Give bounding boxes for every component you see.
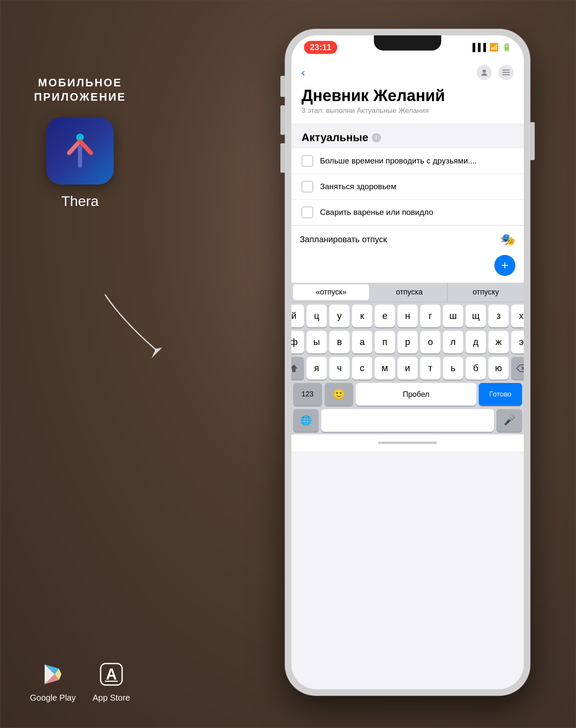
key-я[interactable]: я	[307, 357, 327, 380]
page-subtitle: 3 этап: выполни Актуальные Желания	[301, 107, 514, 115]
key-л[interactable]: л	[443, 331, 463, 353]
wish-checkbox-2[interactable]	[301, 181, 313, 193]
emoji-key[interactable]: 🙂	[325, 383, 354, 406]
key-д[interactable]: д	[466, 331, 486, 353]
keyboard-rows: й ц у к е н г ш щ з х	[291, 302, 524, 380]
power-button	[530, 122, 535, 160]
add-wish-button[interactable]: +	[494, 255, 515, 276]
status-icons: ▐▐▐ 📶 🔋	[470, 43, 511, 52]
svg-rect-13	[502, 70, 510, 71]
nav-actions	[477, 65, 514, 80]
input-field[interactable]: Запланировать отпуск	[300, 235, 501, 244]
key-б[interactable]: б	[466, 357, 486, 380]
wifi-icon: 📶	[489, 43, 499, 52]
key-н[interactable]: н	[397, 305, 418, 327]
keyboard-row-1: й ц у к е н г ш щ з х	[293, 305, 522, 327]
section-info-icon: i	[372, 133, 381, 142]
app-content: ‹ Дневник Желаний 3 этап: выполни Актуал…	[291, 59, 524, 689]
wish-text-1: Больше времени проводить с друзьями....	[320, 156, 477, 166]
key-ы[interactable]: ы	[307, 331, 327, 353]
wish-checkbox-1[interactable]	[301, 155, 313, 167]
key-а[interactable]: а	[352, 331, 372, 353]
store-badges: Google Play A App Store	[0, 659, 160, 703]
key-у[interactable]: у	[329, 305, 349, 327]
key-т[interactable]: т	[420, 357, 440, 380]
space-key-2[interactable]	[321, 409, 493, 432]
shift-key[interactable]	[291, 357, 304, 380]
key-м[interactable]: м	[375, 357, 395, 380]
app-store-badge[interactable]: A App Store	[93, 659, 130, 703]
mute-button	[280, 76, 285, 97]
status-time: 23:11	[304, 41, 337, 54]
key-щ[interactable]: щ	[466, 305, 486, 327]
user-icon[interactable]	[477, 65, 492, 80]
home-bar	[378, 442, 437, 444]
phone-screen: 23:11 ▐▐▐ 📶 🔋 ‹	[291, 35, 524, 689]
key-х[interactable]: х	[511, 305, 524, 327]
menu-icon[interactable]	[499, 65, 514, 80]
volume-up-button	[280, 105, 285, 135]
key-в[interactable]: в	[329, 331, 349, 353]
google-play-label: Google Play	[30, 693, 76, 703]
wish-item-3: Сварить варенье или повидло	[291, 200, 524, 225]
wish-text-2: Заняться здоровьем	[320, 182, 396, 191]
wish-item: Больше времени проводить с друзьями....	[291, 148, 524, 174]
key-ч[interactable]: ч	[329, 357, 349, 380]
emoji-picker[interactable]: 🎭	[501, 233, 515, 246]
nav-bar: ‹	[291, 59, 524, 84]
numbers-key[interactable]: 123	[293, 383, 322, 406]
keyboard-row-3: я ч с м и т ь б ю	[293, 357, 522, 380]
key-ц[interactable]: ц	[307, 305, 327, 327]
keyboard: «отпуск» отпуска отпуску й ц у к е н	[291, 283, 524, 434]
svg-text:A: A	[106, 666, 117, 683]
key-й[interactable]: й	[291, 305, 304, 327]
key-е[interactable]: е	[375, 305, 395, 327]
svg-rect-14	[502, 72, 510, 73]
key-ь[interactable]: ь	[443, 357, 463, 380]
key-г[interactable]: г	[420, 305, 440, 327]
google-play-badge[interactable]: Google Play	[30, 659, 76, 703]
phone-frame: 23:11 ▐▐▐ 📶 🔋 ‹	[285, 29, 530, 695]
svg-point-12	[483, 70, 486, 73]
keyboard-row-2: ф ы в а п р о л д ж э	[293, 331, 522, 353]
key-ш[interactable]: ш	[443, 305, 463, 327]
page-title: Дневник Желаний	[301, 87, 514, 105]
key-р[interactable]: р	[397, 331, 418, 353]
suggestion-1[interactable]: «отпуск»	[293, 284, 370, 300]
mic-key[interactable]: 🎤	[496, 409, 522, 432]
key-с[interactable]: с	[352, 357, 372, 380]
key-п[interactable]: п	[375, 331, 395, 353]
suggestion-2[interactable]: отпуска	[371, 283, 448, 302]
keyboard-extra-row: 🌐 🎤	[291, 409, 524, 434]
page-header: Дневник Желаний 3 этап: выполни Актуальн…	[291, 84, 524, 123]
key-ю[interactable]: ю	[488, 357, 509, 380]
key-к[interactable]: к	[352, 305, 372, 327]
key-ф[interactable]: ф	[291, 331, 304, 353]
wish-checkbox-3[interactable]	[301, 206, 313, 218]
globe-key[interactable]: 🌐	[293, 409, 319, 432]
key-и[interactable]: и	[397, 357, 418, 380]
app-store-label: App Store	[93, 693, 130, 703]
key-з[interactable]: з	[488, 305, 509, 327]
phone-wrapper: 23:11 ▐▐▐ 📶 🔋 ‹	[273, 17, 542, 708]
battery-icon: 🔋	[502, 43, 511, 52]
key-о[interactable]: о	[420, 331, 440, 353]
section-title: Актуальные	[301, 131, 368, 144]
key-ж[interactable]: ж	[488, 331, 509, 353]
back-button[interactable]: ‹	[301, 66, 305, 79]
backspace-key[interactable]	[511, 357, 524, 380]
keyboard-suggestions: «отпуск» отпуска отпуску	[291, 283, 524, 302]
space-key[interactable]: Пробел	[356, 383, 476, 406]
done-key[interactable]: Готово	[479, 383, 522, 406]
left-panel: МОБИЛЬНОЕПРИЛОЖЕНИЕ Thera	[0, 0, 160, 728]
wish-text-3: Сварить варенье или повидло	[320, 208, 433, 217]
app-store-icon: A	[96, 659, 126, 689]
svg-marker-4	[152, 348, 162, 358]
svg-rect-15	[502, 74, 510, 75]
keyboard-bottom-row: 123 🙂 Пробел Готово	[291, 383, 524, 409]
key-э[interactable]: э	[511, 331, 524, 353]
volume-down-button	[280, 143, 285, 173]
suggestion-3[interactable]: отпуску	[448, 283, 524, 302]
signal-icon: ▐▐▐	[470, 43, 486, 52]
input-panel: Запланировать отпуск 🎭 +	[291, 225, 524, 283]
